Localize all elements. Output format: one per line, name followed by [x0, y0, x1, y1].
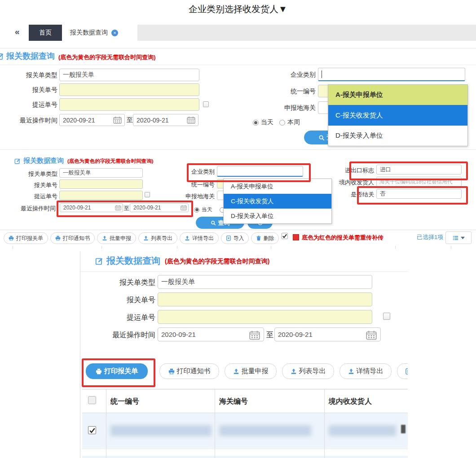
decl-no-input[interactable] — [59, 179, 143, 189]
calendar-icon[interactable] — [181, 205, 187, 211]
date-from-input[interactable]: 2020-09-21 — [60, 203, 123, 212]
bill-no-checkbox[interactable] — [145, 192, 150, 197]
upload-icon — [233, 368, 239, 375]
ent-type-input[interactable] — [318, 68, 465, 81]
bill-no-input[interactable] — [59, 191, 143, 200]
calendar-icon[interactable] — [187, 116, 195, 124]
select-all-checkbox[interactable] — [88, 396, 96, 404]
ie-flag-input[interactable]: 进口 — [376, 165, 462, 174]
bill-no-label: 提运单号 — [4, 101, 57, 109]
decl-type-input[interactable]: 一般报关单 — [59, 69, 199, 81]
decl-type-label: 报关单类型 — [80, 278, 155, 288]
list-export-button[interactable]: 列表导出 — [282, 363, 334, 379]
column-settings-button[interactable] — [445, 231, 472, 244]
bill-no-label: 提运单号 — [4, 192, 57, 201]
batch-declare-button[interactable]: 批量申报 — [97, 232, 136, 244]
decl-no-input[interactable] — [59, 83, 199, 96]
date-range-to-label: 至 — [127, 116, 133, 124]
print-declaration-button[interactable]: 打印报关单 — [86, 363, 148, 379]
dropdown-option-c[interactable]: C-报关收发货人 — [328, 105, 467, 126]
bill-no-checkbox[interactable] — [203, 101, 209, 107]
dropdown-option-c[interactable]: C-报关收发货人 — [224, 194, 331, 209]
import-button[interactable]: 导入 — [397, 363, 408, 379]
tab-query[interactable]: 报关数据查询 × — [62, 25, 137, 41]
date-to-input[interactable]: 2020-09-21 — [130, 203, 189, 212]
consignee-label: 境内收发货人 — [329, 179, 374, 187]
button-label: 列表导出 — [299, 367, 326, 375]
bill-no-input[interactable] — [158, 310, 372, 324]
calendar-icon[interactable] — [113, 116, 122, 124]
print-icon — [96, 368, 102, 375]
unified-no-label: 统一编号 — [251, 87, 316, 96]
ent-type-input[interactable] — [217, 166, 303, 177]
section1-top-border — [0, 48, 476, 48]
batch-declare-button[interactable]: 批量申报 — [225, 363, 277, 379]
section3-title: 报关数据查询 — [106, 255, 160, 267]
divider — [0, 65, 476, 65]
print-declaration-button[interactable]: 打印报关单 — [4, 232, 48, 244]
tab-home[interactable]: 首页 — [29, 25, 62, 41]
radio-today-label: 当天 — [261, 118, 273, 126]
table-divider — [106, 389, 106, 458]
selected-count: 已选择1项 — [417, 233, 443, 241]
radio-week[interactable]: 本周 — [279, 118, 300, 126]
divider — [80, 271, 408, 272]
legend-red-square — [293, 234, 299, 240]
print-notice-button[interactable]: 打印通知书 — [50, 232, 95, 244]
enterprise-type-dropdown: A-报关申报单位 C-报关收发货人 D-报关录入单位 — [223, 179, 332, 224]
section2-title: 报关数据查询 — [23, 157, 64, 165]
upload-icon — [348, 368, 354, 375]
decl-no-input[interactable] — [158, 292, 372, 306]
collapse-tabs-icon[interactable]: « — [15, 27, 20, 37]
redacted-cell — [110, 425, 212, 436]
ent-type-label: 企业类别 — [166, 168, 215, 176]
dropdown-option-a[interactable]: A-报关申报单位 — [328, 85, 467, 105]
list-export-button[interactable]: 列表导出 — [138, 232, 177, 244]
close-tab-icon[interactable]: × — [111, 30, 118, 36]
detail-export-button[interactable]: 详情导出 — [180, 232, 219, 244]
delete-button[interactable]: 删除 — [251, 232, 279, 244]
button-label: 打印通知书 — [177, 367, 211, 375]
print-notice-button[interactable]: 打印通知书 — [159, 363, 219, 379]
toolbar-checkbox[interactable] — [282, 233, 288, 239]
dropdown-option-a[interactable]: A-报关申报单位 — [224, 179, 331, 194]
date-from-input[interactable]: 2020-09-21 — [158, 327, 264, 341]
dropdown-option-d[interactable]: D-报关录入单位 — [224, 209, 331, 223]
table-divider — [451, 246, 451, 249]
upload-icon — [185, 236, 190, 241]
row-checkbox[interactable] — [88, 426, 96, 434]
legend-text: 底色为红色的报关单需重传补传 — [302, 234, 383, 242]
closed-flag-input[interactable]: 否 — [376, 189, 462, 199]
table-divider — [324, 389, 325, 458]
op-time-label: 最近操作时间 — [80, 331, 155, 340]
check-icon — [89, 427, 96, 434]
import-button[interactable]: 导入 — [221, 232, 249, 244]
calendar-icon[interactable] — [249, 330, 260, 340]
print-icon — [55, 236, 61, 241]
calendar-icon[interactable] — [115, 205, 121, 211]
table-divider — [177, 246, 177, 249]
detail-export-button[interactable]: 详情导出 — [339, 363, 392, 379]
dropdown-option-d[interactable]: D-报关录入单位 — [328, 126, 467, 146]
tabstrip-background — [137, 25, 476, 41]
button-label: 详情导出 — [357, 367, 383, 375]
section1-bottom-border — [0, 149, 476, 150]
redacted-cell-fragment — [401, 425, 405, 433]
closed-flag-label: 是否结关 — [329, 191, 374, 199]
radio-today[interactable]: 当天 — [253, 118, 273, 126]
button-label: 批量申报 — [110, 235, 131, 242]
date-to-input[interactable]: 2020-09-21 — [274, 327, 381, 341]
button-label: 导入 — [234, 235, 244, 242]
edit-icon — [95, 257, 103, 265]
decl-type-input[interactable]: 一般报关单 — [59, 168, 143, 178]
radio-week-label: 本周 — [287, 118, 300, 126]
bill-no-input[interactable] — [59, 98, 199, 111]
unified-no-label: 统一编号 — [166, 181, 215, 189]
bill-no-checkbox[interactable] — [383, 313, 390, 320]
button-label: 列表导出 — [151, 235, 172, 242]
radio-today[interactable]: 当天 — [194, 206, 212, 214]
decl-type-input[interactable]: 一般报关单 — [158, 275, 372, 289]
calendar-icon[interactable] — [366, 330, 377, 340]
consignee-input[interactable] — [376, 177, 462, 187]
edit-icon — [14, 158, 21, 164]
